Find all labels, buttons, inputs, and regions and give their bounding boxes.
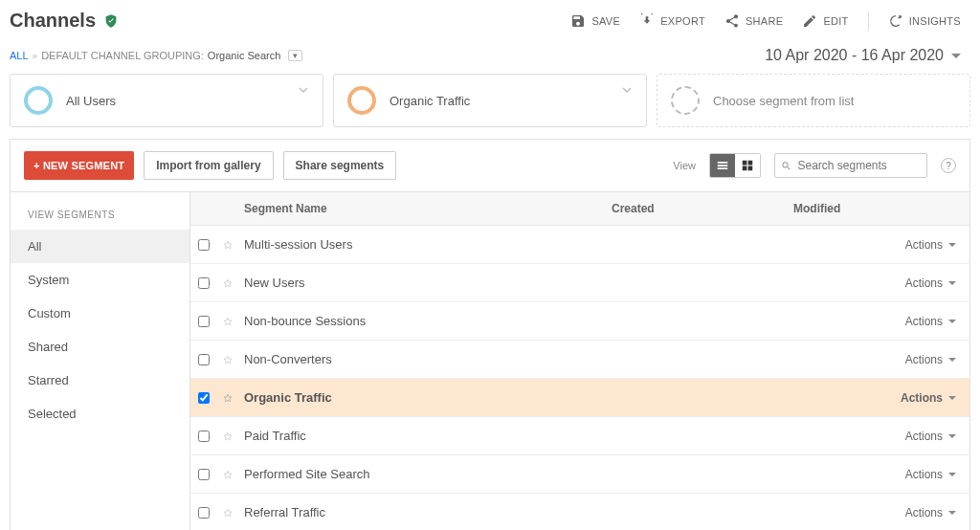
view-list-button[interactable] [710, 154, 735, 177]
insights-button[interactable]: INSIGHTS [888, 13, 961, 29]
edit-icon [802, 13, 817, 29]
row-actions[interactable]: Actions [855, 353, 969, 366]
view-grid-button[interactable] [735, 154, 760, 177]
segment-card-label: Choose segment from list [713, 94, 854, 108]
breadcrumb-root[interactable]: ALL [10, 50, 29, 61]
chevron-down-icon [948, 320, 956, 323]
row-actions[interactable]: Actions [855, 315, 969, 328]
share-button[interactable]: SHARE [724, 13, 783, 29]
row-checkbox[interactable] [198, 354, 210, 365]
sidebar-item-starred[interactable]: Starred [11, 364, 189, 397]
breadcrumb-group-value: Organic Search [208, 50, 280, 61]
verified-shield-icon [103, 13, 119, 29]
new-segment-button[interactable]: + NEW SEGMENT [24, 151, 134, 180]
segment-table: Segment Name Created Modified Multi-sess… [190, 192, 969, 530]
col-header-name[interactable]: Segment Name [238, 192, 606, 225]
save-button[interactable]: SAVE [570, 13, 620, 29]
segment-card-organic-traffic[interactable]: Organic Traffic [333, 74, 647, 127]
table-row[interactable]: Referral TrafficActions [190, 494, 969, 530]
segment-name: New Users [238, 276, 491, 290]
toolbar-right: View ? [673, 153, 956, 178]
segment-panel: + NEW SEGMENT Import from gallery Share … [10, 139, 970, 530]
page-title-wrap: Channels [10, 10, 119, 32]
share-segments-button[interactable]: Share segments [283, 151, 397, 180]
row-actions[interactable]: Actions [855, 238, 969, 252]
table-row[interactable]: Organic TrafficActions [190, 379, 969, 417]
row-checkbox[interactable] [198, 277, 210, 289]
sidebar-item-all[interactable]: All [11, 230, 189, 263]
chevron-down-icon [948, 396, 956, 400]
segment-name: Organic Traffic [238, 390, 491, 405]
help-button[interactable]: ? [941, 158, 956, 173]
sidebar-item-system[interactable]: System [11, 263, 189, 297]
breadcrumb-group-label: DEFAULT CHANNEL GROUPING: [41, 50, 204, 61]
breadcrumb-dropdown-toggle[interactable]: ▾ [288, 50, 302, 61]
table-row[interactable]: Non-ConvertersActions [190, 341, 969, 379]
insights-icon [888, 13, 903, 29]
edit-button[interactable]: EDIT [802, 13, 848, 29]
date-range-picker[interactable]: 10 Apr 2020 - 16 Apr 2020 [765, 47, 961, 64]
row-checkbox[interactable] [198, 507, 210, 519]
col-header-modified[interactable]: Modified [788, 192, 969, 225]
row-checkbox[interactable] [198, 431, 210, 442]
chevron-down-icon [948, 511, 956, 515]
export-button[interactable]: EXPORT [639, 13, 705, 29]
divider [868, 11, 869, 31]
star-icon[interactable] [223, 238, 233, 252]
segment-name: Performed Site Search [238, 467, 491, 481]
table-row[interactable]: New UsersActions [190, 264, 969, 302]
segment-name: Referral Traffic [238, 505, 491, 519]
header-actions: SAVE EXPORT SHARE EDIT INSIGHTS [570, 11, 961, 31]
star-icon[interactable] [223, 506, 233, 519]
share-icon [724, 13, 740, 29]
star-icon[interactable] [223, 468, 233, 481]
chevron-down-icon [951, 54, 961, 58]
date-range-text: 10 Apr 2020 - 16 Apr 2020 [765, 47, 944, 64]
row-actions[interactable]: Actions [855, 430, 969, 443]
row-actions[interactable]: Actions [855, 391, 969, 405]
table-row[interactable]: Non-bounce SessionsActions [190, 302, 969, 341]
breadcrumb-row: ALL » DEFAULT CHANNEL GROUPING: Organic … [0, 41, 980, 74]
sidebar-item-custom[interactable]: Custom [11, 297, 189, 330]
row-checkbox[interactable] [198, 469, 210, 480]
star-icon[interactable] [223, 391, 233, 405]
row-checkbox[interactable] [198, 239, 210, 251]
segment-name: Paid Traffic [238, 429, 491, 443]
page-title: Channels [10, 10, 96, 32]
star-icon[interactable] [223, 276, 233, 290]
export-icon [639, 13, 655, 29]
segment-sidebar: VIEW SEGMENTS All System Custom Shared S… [11, 192, 190, 530]
view-toggle [709, 153, 761, 178]
segment-card-all-users[interactable]: All Users [10, 74, 323, 127]
sidebar-item-selected[interactable]: Selected [11, 397, 189, 431]
segment-search[interactable] [774, 153, 927, 178]
row-checkbox[interactable] [198, 316, 210, 327]
col-header-created[interactable]: Created [606, 192, 788, 225]
chevron-down-icon [948, 473, 956, 476]
search-icon [781, 160, 791, 172]
segment-cards: All Users Organic Traffic Choose segment… [0, 74, 980, 139]
segment-card-add[interactable]: Choose segment from list [657, 74, 970, 127]
segment-card-label: Organic Traffic [390, 94, 470, 108]
grid-icon [741, 159, 754, 172]
row-checkbox[interactable] [198, 392, 210, 404]
segment-search-input[interactable] [797, 159, 921, 172]
row-actions[interactable]: Actions [855, 276, 969, 290]
page-header: Channels SAVE EXPORT SHARE EDIT INSIGHTS [0, 0, 980, 41]
segment-name: Non-bounce Sessions [238, 314, 491, 328]
row-actions[interactable]: Actions [855, 506, 969, 519]
sidebar-item-shared[interactable]: Shared [11, 330, 189, 364]
table-body: Multi-session UsersActionsNew UsersActio… [190, 226, 969, 530]
table-row[interactable]: Multi-session UsersActions [190, 226, 969, 264]
chevron-down-icon [296, 82, 311, 98]
star-icon[interactable] [223, 315, 233, 328]
star-icon[interactable] [223, 430, 233, 443]
star-icon[interactable] [223, 353, 233, 366]
import-gallery-button[interactable]: Import from gallery [144, 151, 273, 180]
table-row[interactable]: Performed Site SearchActions [190, 455, 969, 494]
table-row[interactable]: Paid TrafficActions [190, 417, 969, 455]
chevron-down-icon [948, 434, 956, 438]
row-actions[interactable]: Actions [855, 468, 969, 481]
view-label: View [673, 160, 696, 171]
breadcrumb: ALL » DEFAULT CHANNEL GROUPING: Organic … [10, 50, 302, 61]
